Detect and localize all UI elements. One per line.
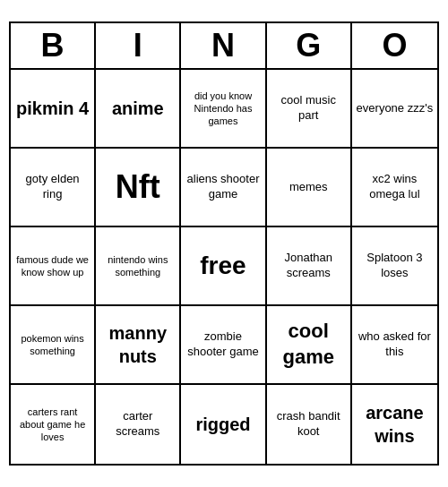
bingo-cell: nintendo wins something bbox=[96, 227, 181, 306]
bingo-cell: carter screams bbox=[96, 385, 181, 464]
bingo-cell: pokemon wins something bbox=[11, 306, 96, 385]
bingo-grid: pikmin 4animedid you know Nintendo has g… bbox=[11, 70, 437, 464]
bingo-cell: rigged bbox=[181, 385, 266, 464]
header-letter: N bbox=[181, 23, 266, 68]
bingo-cell: Nft bbox=[96, 149, 181, 227]
bingo-cell: carters rant about game he loves bbox=[11, 385, 96, 464]
bingo-cell: crash bandit koot bbox=[267, 385, 352, 464]
bingo-cell: memes bbox=[267, 149, 352, 227]
bingo-cell: goty elden ring bbox=[11, 149, 96, 227]
header-letter: I bbox=[96, 23, 181, 68]
bingo-card: BINGO pikmin 4animedid you know Nintendo… bbox=[9, 21, 439, 466]
bingo-cell: free bbox=[181, 227, 266, 306]
bingo-header: BINGO bbox=[11, 23, 437, 70]
bingo-cell: cool music part bbox=[267, 70, 352, 149]
bingo-cell: aliens shooter game bbox=[181, 149, 266, 227]
bingo-cell: cool game bbox=[267, 306, 352, 385]
bingo-cell: manny nuts bbox=[96, 306, 181, 385]
bingo-cell: who asked for this bbox=[352, 306, 437, 385]
bingo-cell: anime bbox=[96, 70, 181, 149]
header-letter: B bbox=[11, 23, 96, 68]
bingo-cell: famous dude we know show up bbox=[11, 227, 96, 306]
bingo-cell: did you know Nintendo has games bbox=[181, 70, 266, 149]
header-letter: G bbox=[267, 23, 352, 68]
bingo-cell: everyone zzz's bbox=[352, 70, 437, 149]
bingo-cell: Jonathan screams bbox=[267, 227, 352, 306]
bingo-cell: Splatoon 3 loses bbox=[352, 227, 437, 306]
bingo-cell: arcane wins bbox=[352, 385, 437, 464]
bingo-cell: zombie shooter game bbox=[181, 306, 266, 385]
header-letter: O bbox=[352, 23, 437, 68]
bingo-cell: pikmin 4 bbox=[11, 70, 96, 149]
bingo-cell: xc2 wins omega lul bbox=[352, 149, 437, 227]
